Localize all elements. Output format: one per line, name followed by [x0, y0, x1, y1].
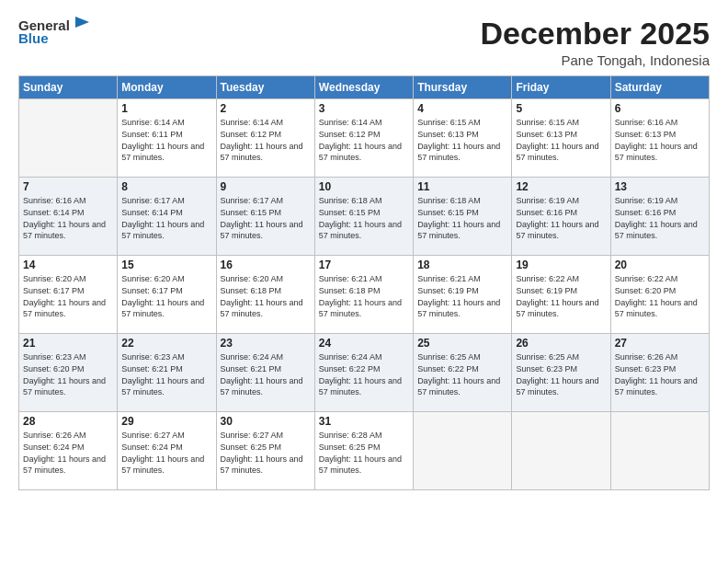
day-info: Sunrise: 6:27 AM Sunset: 6:25 PM Dayligh… [221, 430, 311, 476]
day-info: Sunrise: 6:21 AM Sunset: 6:19 PM Dayligh… [417, 273, 507, 319]
day-info: Sunrise: 6:24 AM Sunset: 6:22 PM Dayligh… [319, 351, 409, 397]
calendar-day-cell: 3Sunrise: 6:14 AM Sunset: 6:12 PM Daylig… [314, 99, 413, 178]
calendar-day-cell [512, 412, 610, 490]
day-info: Sunrise: 6:25 AM Sunset: 6:23 PM Dayligh… [516, 351, 606, 397]
calendar-day-cell [19, 99, 118, 178]
calendar-day-cell: 21Sunrise: 6:23 AM Sunset: 6:20 PM Dayli… [19, 334, 118, 412]
day-number: 8 [121, 180, 211, 193]
day-info: Sunrise: 6:27 AM Sunset: 6:24 PM Dayligh… [121, 430, 211, 476]
calendar-week-row: 14Sunrise: 6:20 AM Sunset: 6:17 PM Dayli… [19, 256, 710, 334]
day-number: 19 [516, 259, 606, 271]
calendar-week-row: 7Sunrise: 6:16 AM Sunset: 6:14 PM Daylig… [19, 178, 710, 256]
calendar-day-cell: 27Sunrise: 6:26 AM Sunset: 6:23 PM Dayli… [610, 334, 709, 412]
calendar-day-cell: 17Sunrise: 6:21 AM Sunset: 6:18 PM Dayli… [314, 256, 413, 334]
day-number: 31 [319, 415, 409, 428]
calendar-day-cell: 25Sunrise: 6:25 AM Sunset: 6:22 PM Dayli… [414, 334, 512, 412]
calendar-day-cell: 16Sunrise: 6:20 AM Sunset: 6:18 PM Dayli… [216, 256, 314, 334]
calendar-day-cell [414, 412, 512, 490]
calendar-week-row: 21Sunrise: 6:23 AM Sunset: 6:20 PM Dayli… [19, 334, 710, 412]
day-info: Sunrise: 6:20 AM Sunset: 6:17 PM Dayligh… [121, 273, 211, 319]
calendar-day-cell: 9Sunrise: 6:17 AM Sunset: 6:15 PM Daylig… [216, 178, 314, 256]
calendar-day-cell: 14Sunrise: 6:20 AM Sunset: 6:17 PM Dayli… [19, 256, 118, 334]
day-info: Sunrise: 6:21 AM Sunset: 6:18 PM Dayligh… [319, 273, 409, 319]
day-number: 11 [417, 180, 507, 193]
calendar-day-cell: 11Sunrise: 6:18 AM Sunset: 6:15 PM Dayli… [414, 178, 512, 256]
calendar-day-cell: 19Sunrise: 6:22 AM Sunset: 6:19 PM Dayli… [512, 256, 610, 334]
title-area: December 2025 Pane Tongah, Indonesia [480, 17, 710, 68]
day-info: Sunrise: 6:23 AM Sunset: 6:21 PM Dayligh… [121, 351, 211, 397]
calendar-header-row: Sunday Monday Tuesday Wednesday Thursday… [19, 76, 710, 99]
day-info: Sunrise: 6:15 AM Sunset: 6:13 PM Dayligh… [417, 117, 507, 163]
day-number: 12 [516, 180, 606, 193]
calendar-day-cell [610, 412, 709, 490]
day-info: Sunrise: 6:14 AM Sunset: 6:12 PM Dayligh… [221, 117, 311, 163]
day-number: 29 [121, 415, 211, 428]
header-monday: Monday [118, 76, 216, 99]
header-tuesday: Tuesday [216, 76, 314, 99]
calendar-day-cell: 12Sunrise: 6:19 AM Sunset: 6:16 PM Dayli… [512, 178, 610, 256]
day-info: Sunrise: 6:17 AM Sunset: 6:15 PM Dayligh… [221, 195, 311, 241]
day-info: Sunrise: 6:25 AM Sunset: 6:22 PM Dayligh… [417, 351, 507, 397]
day-number: 26 [516, 337, 606, 350]
calendar-day-cell: 13Sunrise: 6:19 AM Sunset: 6:16 PM Dayli… [610, 178, 709, 256]
day-info: Sunrise: 6:23 AM Sunset: 6:20 PM Dayligh… [23, 351, 113, 397]
day-number: 27 [615, 337, 705, 350]
header-thursday: Thursday [414, 76, 512, 99]
svg-marker-0 [75, 17, 89, 28]
calendar-day-cell: 10Sunrise: 6:18 AM Sunset: 6:15 PM Dayli… [314, 178, 413, 256]
calendar-week-row: 28Sunrise: 6:26 AM Sunset: 6:24 PM Dayli… [19, 412, 710, 490]
day-number: 24 [319, 337, 409, 350]
day-number: 14 [23, 259, 113, 271]
calendar-day-cell: 7Sunrise: 6:16 AM Sunset: 6:14 PM Daylig… [19, 178, 118, 256]
calendar-day-cell: 6Sunrise: 6:16 AM Sunset: 6:13 PM Daylig… [610, 99, 709, 178]
day-number: 21 [23, 337, 113, 350]
day-number: 16 [221, 259, 311, 271]
day-number: 25 [417, 337, 507, 350]
day-info: Sunrise: 6:22 AM Sunset: 6:20 PM Dayligh… [615, 273, 705, 319]
day-info: Sunrise: 6:20 AM Sunset: 6:18 PM Dayligh… [221, 273, 311, 319]
month-title: December 2025 [480, 17, 710, 51]
calendar-day-cell: 28Sunrise: 6:26 AM Sunset: 6:24 PM Dayli… [19, 412, 118, 490]
calendar-day-cell: 8Sunrise: 6:17 AM Sunset: 6:14 PM Daylig… [118, 178, 216, 256]
logo-blue: Blue [18, 30, 49, 46]
day-number: 18 [417, 259, 507, 271]
calendar-day-cell: 15Sunrise: 6:20 AM Sunset: 6:17 PM Dayli… [118, 256, 216, 334]
day-number: 2 [221, 102, 311, 115]
calendar-day-cell: 26Sunrise: 6:25 AM Sunset: 6:23 PM Dayli… [512, 334, 610, 412]
calendar-day-cell: 29Sunrise: 6:27 AM Sunset: 6:24 PM Dayli… [118, 412, 216, 490]
calendar-day-cell: 30Sunrise: 6:27 AM Sunset: 6:25 PM Dayli… [216, 412, 314, 490]
calendar-day-cell: 31Sunrise: 6:28 AM Sunset: 6:25 PM Dayli… [314, 412, 413, 490]
day-info: Sunrise: 6:18 AM Sunset: 6:15 PM Dayligh… [319, 195, 409, 241]
day-info: Sunrise: 6:15 AM Sunset: 6:13 PM Dayligh… [516, 117, 606, 163]
logo: General Blue [18, 17, 93, 46]
logo-flag-icon [73, 15, 93, 33]
day-info: Sunrise: 6:14 AM Sunset: 6:11 PM Dayligh… [121, 117, 211, 163]
day-info: Sunrise: 6:19 AM Sunset: 6:16 PM Dayligh… [615, 195, 705, 241]
day-number: 4 [417, 102, 507, 115]
calendar-day-cell: 18Sunrise: 6:21 AM Sunset: 6:19 PM Dayli… [414, 256, 512, 334]
day-number: 10 [319, 180, 409, 193]
day-number: 9 [221, 180, 311, 193]
day-info: Sunrise: 6:20 AM Sunset: 6:17 PM Dayligh… [23, 273, 113, 319]
day-info: Sunrise: 6:22 AM Sunset: 6:19 PM Dayligh… [516, 273, 606, 319]
day-number: 30 [221, 415, 311, 428]
day-number: 20 [615, 259, 705, 271]
day-number: 13 [615, 180, 705, 193]
day-number: 7 [23, 180, 113, 193]
day-info: Sunrise: 6:18 AM Sunset: 6:15 PM Dayligh… [417, 195, 507, 241]
day-number: 5 [516, 102, 606, 115]
calendar-day-cell: 2Sunrise: 6:14 AM Sunset: 6:12 PM Daylig… [216, 99, 314, 178]
calendar-day-cell: 23Sunrise: 6:24 AM Sunset: 6:21 PM Dayli… [216, 334, 314, 412]
header-area: General Blue December 2025 Pane Tongah, … [18, 17, 710, 68]
day-info: Sunrise: 6:26 AM Sunset: 6:23 PM Dayligh… [615, 351, 705, 397]
day-info: Sunrise: 6:16 AM Sunset: 6:13 PM Dayligh… [615, 117, 705, 163]
calendar-day-cell: 20Sunrise: 6:22 AM Sunset: 6:20 PM Dayli… [610, 256, 709, 334]
day-info: Sunrise: 6:24 AM Sunset: 6:21 PM Dayligh… [221, 351, 311, 397]
header-sunday: Sunday [19, 76, 118, 99]
page: General Blue December 2025 Pane Tongah, … [0, 0, 728, 563]
calendar-day-cell: 22Sunrise: 6:23 AM Sunset: 6:21 PM Dayli… [118, 334, 216, 412]
header-wednesday: Wednesday [314, 76, 413, 99]
calendar-day-cell: 24Sunrise: 6:24 AM Sunset: 6:22 PM Dayli… [314, 334, 413, 412]
day-info: Sunrise: 6:19 AM Sunset: 6:16 PM Dayligh… [516, 195, 606, 241]
calendar-table: Sunday Monday Tuesday Wednesday Thursday… [18, 75, 710, 490]
